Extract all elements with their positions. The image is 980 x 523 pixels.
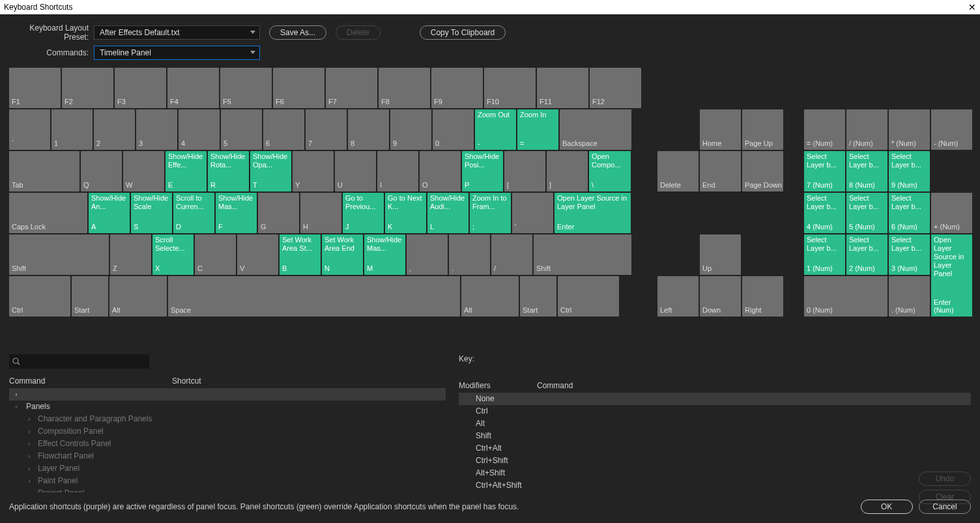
key-4-num-[interactable]: Select Layer b...4 (Num) bbox=[804, 193, 845, 233]
key-c[interactable]: C bbox=[195, 234, 236, 275]
key-1[interactable]: 1 bbox=[51, 109, 93, 150]
list-row[interactable]: ›Effect Controls Panel bbox=[9, 438, 446, 450]
key-f3[interactable]: F3 bbox=[115, 68, 166, 108]
key-w[interactable]: W bbox=[123, 151, 164, 191]
modifier-row[interactable]: Alt+Shift bbox=[459, 467, 971, 479]
key-3-num-[interactable]: Select Layer b...3 (Num) bbox=[889, 234, 930, 275]
key--num-[interactable]: = (Num) bbox=[804, 109, 845, 150]
key-home[interactable]: Home bbox=[700, 109, 741, 150]
key-caps-lock[interactable]: Caps Lock bbox=[9, 193, 87, 233]
key-9-num-[interactable]: Select Layer b...9 (Num) bbox=[889, 151, 930, 191]
key-end[interactable]: End bbox=[700, 151, 741, 191]
key-e[interactable]: Show/Hide Effe...E bbox=[166, 151, 207, 191]
key-start[interactable]: Start bbox=[72, 276, 108, 317]
key-i[interactable]: I bbox=[377, 151, 418, 191]
key-page-down[interactable]: Page Down bbox=[742, 151, 783, 191]
key-o[interactable]: O bbox=[420, 151, 461, 191]
modifier-row[interactable]: Ctrl bbox=[459, 405, 971, 417]
key-q[interactable]: Q bbox=[81, 151, 122, 191]
key-down[interactable]: Down bbox=[700, 276, 741, 317]
key--[interactable]: Zoom In to Fram...; bbox=[470, 193, 511, 233]
modifier-row[interactable]: Ctrl+Alt bbox=[459, 442, 971, 455]
list-row[interactable]: ›Paint Panel bbox=[9, 475, 446, 487]
key-delete[interactable]: Delete bbox=[657, 151, 699, 191]
key-r[interactable]: Show/Hide Rota...R bbox=[208, 151, 249, 191]
key-j[interactable]: Go to Previou...J bbox=[343, 193, 384, 233]
key-l[interactable]: Show/Hide Audi...L bbox=[427, 193, 468, 233]
key-shift[interactable]: Shift bbox=[534, 234, 631, 275]
key-f9[interactable]: F9 bbox=[431, 68, 483, 108]
key-f8[interactable]: F8 bbox=[379, 68, 430, 108]
preset-select[interactable]: After Effects Default.txt bbox=[94, 25, 260, 40]
modifier-row[interactable]: Ctrl+Alt+Shift bbox=[459, 479, 971, 492]
key-f10[interactable]: F10 bbox=[484, 68, 536, 108]
copy-clipboard-button[interactable]: Copy To Clipboard bbox=[420, 25, 506, 40]
cancel-button[interactable]: Cancel bbox=[919, 500, 971, 514]
key-2-num-[interactable]: Select Layer b...2 (Num) bbox=[846, 234, 887, 275]
key-g[interactable]: G bbox=[258, 193, 299, 233]
key--[interactable]: ` bbox=[9, 109, 50, 150]
key-u[interactable]: U bbox=[335, 151, 376, 191]
key-5-num-[interactable]: Select Layer b...5 (Num) bbox=[846, 193, 887, 233]
key-alt[interactable]: Alt bbox=[461, 276, 519, 317]
key-9[interactable]: 9 bbox=[390, 109, 431, 150]
key-5[interactable]: 5 bbox=[221, 109, 262, 150]
key-start[interactable]: Start bbox=[520, 276, 556, 317]
key--[interactable]: ] bbox=[547, 151, 588, 191]
list-row[interactable]: ›Project Panel bbox=[9, 487, 446, 492]
key-a[interactable]: Show/Hide An...A bbox=[89, 193, 130, 233]
key-shift[interactable]: Shift bbox=[9, 234, 109, 275]
key-space[interactable]: Space bbox=[168, 276, 460, 317]
key-up[interactable]: Up bbox=[700, 234, 741, 275]
key--[interactable]: , bbox=[407, 234, 448, 275]
commands-select[interactable]: Timeline Panel bbox=[94, 46, 260, 60]
key-t[interactable]: Show/Hide Opa...T bbox=[250, 151, 291, 191]
key-enter-num-[interactable]: Open Layer Source in Layer PanelEnter (N… bbox=[931, 234, 972, 317]
ok-button[interactable]: OK bbox=[861, 500, 913, 514]
search-input[interactable] bbox=[9, 354, 149, 369]
key-ctrl[interactable]: Ctrl bbox=[9, 276, 70, 317]
key-y[interactable]: Y bbox=[293, 151, 334, 191]
key-f7[interactable]: F7 bbox=[326, 68, 377, 108]
key--[interactable]: Zoom Out- bbox=[475, 109, 516, 150]
key-m[interactable]: Show/Hide Mas...M bbox=[364, 234, 405, 275]
key-7[interactable]: 7 bbox=[306, 109, 347, 150]
key-p[interactable]: Show/Hide Posi...P bbox=[462, 151, 503, 191]
modifier-row[interactable]: Alt bbox=[459, 417, 971, 430]
key-alt[interactable]: Alt bbox=[109, 276, 167, 317]
key-f12[interactable]: F12 bbox=[590, 68, 641, 108]
key-enter[interactable]: Open Layer Source in Layer PanelEnter bbox=[555, 193, 631, 233]
key-v[interactable]: V bbox=[237, 234, 278, 275]
key-backspace[interactable]: Backspace bbox=[560, 109, 631, 150]
list-row[interactable]: › bbox=[9, 388, 446, 401]
key-f5[interactable]: F5 bbox=[220, 68, 272, 108]
save-as-button[interactable]: Save As... bbox=[269, 25, 326, 40]
key--num-[interactable]: . (Num) bbox=[889, 276, 930, 317]
list-row[interactable]: ›Character and Paragraph Panels bbox=[9, 413, 446, 425]
key-f6[interactable]: F6 bbox=[273, 68, 324, 108]
close-icon[interactable]: ✕ bbox=[968, 0, 976, 14]
key-7-num-[interactable]: Select Layer b...7 (Num) bbox=[804, 151, 845, 191]
key-b[interactable]: Set Work Area St...B bbox=[280, 234, 321, 275]
list-row[interactable]: ›Flowchart Panel bbox=[9, 450, 446, 462]
key--[interactable]: / bbox=[491, 234, 532, 275]
key-k[interactable]: Go to Next K...K bbox=[385, 193, 426, 233]
key-s[interactable]: Show/Hide ScaleS bbox=[131, 193, 172, 233]
key-2[interactable]: 2 bbox=[94, 109, 135, 150]
key-6[interactable]: 6 bbox=[263, 109, 304, 150]
key-tab[interactable]: Tab bbox=[9, 151, 79, 191]
key-3[interactable]: 3 bbox=[136, 109, 177, 150]
key-0[interactable]: 0 bbox=[433, 109, 474, 150]
key-1-num-[interactable]: Select Layer b...1 (Num) bbox=[804, 234, 845, 275]
list-row[interactable]: ›Panels bbox=[9, 401, 446, 413]
key-page-up[interactable]: Page Up bbox=[742, 109, 783, 150]
key-4[interactable]: 4 bbox=[179, 109, 220, 150]
list-row[interactable]: ›Composition Panel bbox=[9, 425, 446, 438]
key--[interactable]: Zoom In= bbox=[517, 109, 558, 150]
key-d[interactable]: Scroll to Curren...D bbox=[173, 193, 214, 233]
key-f4[interactable]: F4 bbox=[167, 68, 219, 108]
key--num-[interactable]: - (Num) bbox=[931, 109, 972, 150]
modifier-row[interactable]: None bbox=[459, 393, 971, 405]
key-z[interactable]: Z bbox=[110, 234, 151, 275]
key-right[interactable]: Right bbox=[742, 276, 783, 317]
